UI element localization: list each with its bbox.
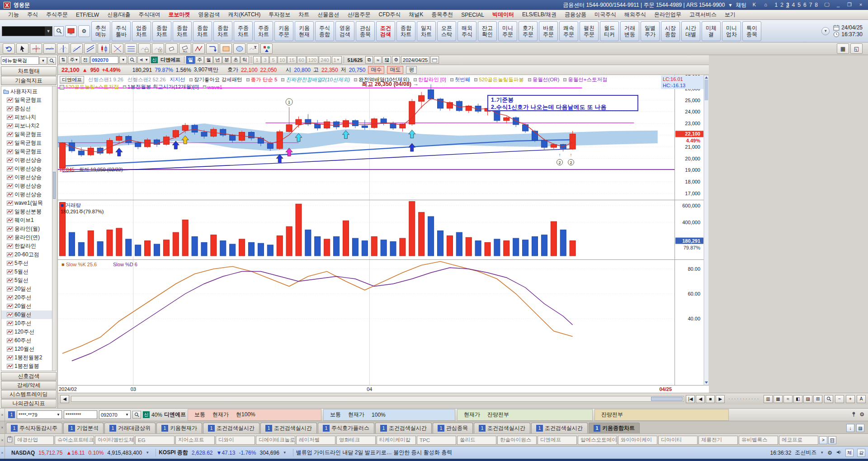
sidebar-folder-user-indicators[interactable]: 사용자지표 xyxy=(1,87,56,96)
chart-tool-icon-3[interactable]: ◧ xyxy=(793,395,802,403)
tab-조건검색실시간[interactable]: 1조건검색실시간 xyxy=(260,423,317,433)
stock-chip-EG[interactable]: EG xyxy=(135,436,175,445)
trendline-tool-icon[interactable] xyxy=(71,43,83,54)
scroll-left-icon[interactable]: ◀ xyxy=(60,395,69,403)
watch-button[interactable]: 감 xyxy=(857,449,865,457)
home-icon[interactable]: ⌂ xyxy=(762,2,769,8)
stock-chip-티케이케미칼[interactable]: 티케이케미칼 xyxy=(377,436,416,445)
chart-swap-icon[interactable]: ⇅ xyxy=(59,56,67,64)
minute-5[interactable]: 5 xyxy=(269,56,277,64)
sidebar-item-일목균형표[interactable]: 일목균형표 xyxy=(1,130,56,139)
sidebar-item-일목균형표[interactable]: 일목균형표 xyxy=(1,139,56,147)
screen-capture-icon[interactable] xyxy=(65,25,77,37)
minute-3[interactable]: 3 xyxy=(261,56,269,64)
stock-chip-알에스오토메이[interactable]: 알에스오토메이 xyxy=(578,436,617,445)
sidebar-item-피보나치[interactable]: 피보나치 xyxy=(1,113,56,122)
sidebar-item-120주선[interactable]: 120주선 xyxy=(1,328,56,336)
font-size-icon[interactable]: A xyxy=(857,395,866,403)
monitor-icon[interactable]: 🖵 xyxy=(823,2,830,8)
sidebar-item-이평선상승[interactable]: 이평선상승 xyxy=(1,190,56,199)
trash-icon[interactable] xyxy=(828,436,836,444)
cross-diagonal-tool-icon[interactable] xyxy=(111,43,123,54)
sidebar-section-tech-indicator[interactable]: 기술적지표 xyxy=(1,76,57,85)
chart-tool-icon-2[interactable]: ≈ xyxy=(783,395,793,403)
stock-chip-디에이테크놀로[interactable]: 디에이테크놀로 xyxy=(256,436,295,445)
toolbar-button-특이종목[interactable]: 특이종목 xyxy=(742,21,761,41)
menu-빅데이터[interactable]: 빅데이터 xyxy=(489,10,518,19)
toolbar-button-일별주가[interactable]: 일별주가 xyxy=(641,21,660,41)
order-panel-cancel[interactable]: 잔량전부 xyxy=(594,409,729,421)
code-dropdown-icon[interactable]: ▼ xyxy=(119,56,127,64)
sidebar-section-chart-type[interactable]: 차트형태 xyxy=(1,66,57,75)
crosshair-tool-icon[interactable] xyxy=(30,43,42,54)
menu-ELS/ELB/채권[interactable]: ELS/ELB/채권 xyxy=(519,10,560,19)
jeon-button[interactable]: 전 xyxy=(81,56,90,64)
tab-기업분석[interactable]: 1기업분석 xyxy=(63,423,104,433)
phone-dropdown-icon[interactable]: ▾ xyxy=(729,2,731,8)
password-field[interactable]: ******** xyxy=(64,410,97,419)
stock-chip-영화테크[interactable]: 영화테크 xyxy=(336,436,376,445)
toolbar-button-월드티커[interactable]: 월드티커 xyxy=(600,21,619,41)
menu-선물옵션[interactable]: 선물옵션 xyxy=(314,10,343,19)
sidebar-item-20일선[interactable]: 20일선 xyxy=(1,285,56,293)
order-code-search-icon[interactable] xyxy=(132,411,141,419)
quick-stock-dropdown-icon[interactable]: ▼ xyxy=(45,27,52,36)
memo4-tool-icon[interactable]: 4 xyxy=(152,43,164,54)
stock-chip-한솔아이원스[interactable]: 한솔아이원스 xyxy=(497,436,537,445)
stock-chip-디와이[interactable]: 디와이 xyxy=(216,436,255,445)
toolbar-collapse-icon[interactable]: ▼ xyxy=(821,27,830,35)
toolbar-button-조건검색[interactable]: 조건검색 xyxy=(376,21,395,41)
chart-nav-▶[interactable]: ▶ xyxy=(716,395,725,403)
order-code-input[interactable]: 092070▼ xyxy=(99,410,131,419)
sidebar-item-wave1(일목[interactable]: wave1(일목 xyxy=(1,199,56,207)
sidebar-item-120월선[interactable]: 120월선 xyxy=(1,345,56,353)
row-close-icon[interactable]: × xyxy=(0,434,5,446)
toolbar-button-미체결[interactable]: 미체결 xyxy=(702,21,721,41)
minute-15[interactable]: 15 xyxy=(287,56,296,64)
sidebar-button-나의관심지표[interactable]: 나의관심지표 xyxy=(1,399,57,408)
minute-60[interactable]: 60 xyxy=(297,56,306,64)
buy-button[interactable]: 매수 xyxy=(368,66,384,74)
candle-edit-tool-icon[interactable] xyxy=(98,43,110,54)
zoom-in-icon[interactable]: + xyxy=(846,395,855,403)
zoom-out-icon[interactable]: − xyxy=(835,395,844,403)
chart-tool-icon-5[interactable]: ⊞ xyxy=(813,395,822,403)
stock-chip-지어소프트[interactable]: 지어소프트 xyxy=(175,436,215,445)
panel-layout-icon[interactable]: ▦ xyxy=(837,43,849,54)
screen-tab-8[interactable]: 8 xyxy=(813,2,819,8)
menu-캐치(KATCH)[interactable]: 캐치(KATCH) xyxy=(224,10,264,19)
flat-button[interactable]: 평 xyxy=(406,66,417,74)
k-home-icon[interactable]: K xyxy=(751,2,758,8)
chart-settings-gear-icon[interactable]: ⚙ xyxy=(392,56,400,64)
menu-ETF/ELW[interactable]: ETF/ELW xyxy=(72,11,103,19)
toolbar-button-해외주식[interactable]: 해외주식 xyxy=(458,21,476,41)
period-틱[interactable]: 틱 xyxy=(241,56,249,64)
stock-chip-아이티엠반도체[interactable]: 아이티엠반도체 xyxy=(95,436,134,445)
sidebar-item-60주선[interactable]: 60주선 xyxy=(1,336,56,345)
stock-chip-쏠리드[interactable]: 쏠리드 xyxy=(457,436,496,445)
screen-tab-6[interactable]: 6 xyxy=(802,2,808,8)
toolbar-button-미니업차[interactable]: 미니업차 xyxy=(722,21,741,41)
toolbar-button-바로주문[interactable]: 바로주문 xyxy=(539,21,558,41)
sidebar-item-5주선[interactable]: 5주선 xyxy=(1,259,56,268)
stock-chip-유비벨록스[interactable]: 유비벨록스 xyxy=(739,436,778,445)
sidebar-item-웅라인(연)[interactable]: 웅라인(연) xyxy=(1,233,56,242)
restore-button[interactable]: ❐ xyxy=(846,2,853,8)
screen-tab-5[interactable]: 5 xyxy=(796,2,802,8)
voice-icon[interactable]: ▼ xyxy=(137,56,150,64)
memo-tool-icon[interactable] xyxy=(138,43,151,54)
screen-tab-3[interactable]: 3 xyxy=(785,2,791,8)
tab-주식호가플러스[interactable]: 1주식호가플러스 xyxy=(318,423,374,433)
screen-tab-1[interactable]: 1 xyxy=(774,2,779,8)
channel-tool-icon[interactable] xyxy=(84,43,96,54)
sidebar-item-이평선상승[interactable]: 이평선상승 xyxy=(1,156,56,165)
undo-tool-icon[interactable] xyxy=(3,43,15,54)
menu-고객서비스[interactable]: 고객서비스 xyxy=(686,10,720,19)
nasdaq-dropdown-icon[interactable]: ▼ xyxy=(146,451,149,455)
chart-nav-◀[interactable]: ◀ xyxy=(696,395,705,403)
chart-zoom-search-icon[interactable] xyxy=(824,395,833,403)
news-headline[interactable]: 밸류업 가이드라인 내달 2일 발표키로… 불안한 증시 활성화 총력 xyxy=(296,449,452,456)
menu-SPECIAL[interactable]: SPECIAL xyxy=(458,11,488,19)
menu-CFD주식[interactable]: CFD주식 xyxy=(375,10,405,19)
news-dropdown-icon[interactable]: ▼ xyxy=(820,451,824,455)
